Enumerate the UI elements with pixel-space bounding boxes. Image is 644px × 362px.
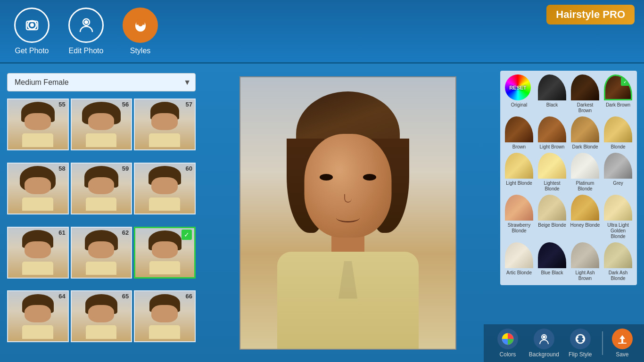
style-number-65: 65 — [122, 293, 129, 300]
color-name-brown: Brown — [512, 144, 526, 150]
color-swatch-grey — [604, 153, 632, 179]
flip-style-button[interactable]: Flip Style — [563, 327, 597, 360]
color-swatch-darkest-brown — [571, 74, 599, 100]
color-swatch-artic-blonde — [505, 242, 533, 268]
style-item-66[interactable]: 66 — [134, 290, 196, 342]
save-button[interactable]: Save — [608, 327, 637, 360]
style-item-57[interactable]: 57 — [134, 99, 196, 150]
style-item-58[interactable]: 58 — [7, 163, 69, 214]
photo-display — [240, 77, 455, 349]
color-swatch-black — [538, 74, 566, 100]
color-item-lightest-blonde[interactable]: Lightest Blonde — [537, 153, 567, 192]
style-number-61: 61 — [58, 229, 65, 236]
style-item-59[interactable]: 59 — [71, 163, 132, 214]
style-item-62[interactable]: 62 — [71, 227, 132, 279]
styles-label: Styles — [130, 47, 151, 55]
background-icon — [534, 329, 554, 349]
save-icon — [612, 329, 633, 349]
style-item-56[interactable]: 56 — [71, 99, 132, 150]
color-swatch-light-ash-brown — [571, 242, 599, 268]
style-item-64[interactable]: 64 — [7, 290, 69, 342]
color-item-black[interactable]: Black — [537, 74, 567, 114]
styles-button[interactable]: Styles — [123, 8, 158, 55]
style-item-55[interactable]: 55 — [7, 99, 69, 150]
color-item-blue-black[interactable]: Blue Black — [537, 242, 567, 281]
style-item-61[interactable]: 61 — [7, 227, 69, 279]
edit-photo-button[interactable]: Edit Photo — [68, 8, 104, 55]
color-name-beige-blonde: Beige Blonde — [538, 222, 566, 228]
edit-photo-label: Edit Photo — [69, 47, 104, 55]
color-item-strawberry-blonde[interactable]: Strawberry Blonde — [504, 195, 534, 239]
color-swatch-dark-blonde — [571, 116, 599, 142]
color-swatch-brown — [505, 116, 533, 142]
brand-title: Hairstyle PRO — [556, 8, 625, 21]
color-grid: RESET Original Black Darkest Brown ✓ Dar… — [500, 71, 637, 285]
style-number-60: 60 — [186, 165, 192, 172]
color-swatch-beige-blonde — [538, 195, 566, 221]
color-item-light-blonde[interactable]: Light Blonde — [504, 153, 534, 192]
color-item-beige-blonde[interactable]: Beige Blonde — [537, 195, 567, 239]
color-swatch-dark-brown: ✓ — [604, 74, 632, 100]
color-item-grey[interactable]: Grey — [603, 153, 633, 192]
color-item-dark-ash-blonde[interactable]: Dark Ash Blonde — [603, 242, 633, 281]
background-button[interactable]: Background — [527, 327, 561, 360]
bottom-toolbar: Colors Background Flip Styl — [484, 324, 644, 362]
style-number-56: 56 — [122, 101, 129, 108]
color-name-strawberry-blonde: Strawberry Blonde — [504, 222, 534, 234]
color-item-dark-brown[interactable]: ✓ Dark Brown — [603, 74, 633, 114]
color-swatch-honey-blonde — [571, 195, 599, 221]
colors-icon — [497, 329, 518, 349]
style-selected-checkmark: ✓ — [182, 230, 192, 240]
color-swatch-dark-ash-blonde — [604, 242, 632, 268]
color-name-blue-black: Blue Black — [541, 270, 563, 276]
style-category-dropdown-wrapper: Medium Female Short Female Long Female S… — [7, 73, 196, 91]
style-number-66: 66 — [186, 293, 192, 300]
style-category-dropdown[interactable]: Medium Female Short Female Long Female S… — [7, 73, 196, 91]
color-item-dark-blonde[interactable]: Dark Blonde — [570, 116, 600, 150]
color-item-light-brown[interactable]: Light Brown — [537, 116, 567, 150]
style-item-60[interactable]: 60 — [134, 163, 196, 214]
brand-logo: Hairstyle PRO — [546, 5, 635, 25]
color-swatch-platinum — [571, 153, 599, 179]
color-name-honey-blonde: Honey Blonde — [570, 222, 600, 228]
color-name-dark-blonde: Dark Blonde — [572, 144, 598, 150]
styles-grid: 55 56 57 58 59 60 — [7, 99, 196, 353]
style-number-62: 62 — [122, 229, 129, 236]
get-photo-button[interactable]: Get Photo — [14, 8, 50, 55]
style-number-55: 55 — [58, 101, 65, 108]
svg-point-12 — [543, 336, 545, 338]
main-content: Medium Female Short Female Long Female S… — [0, 64, 644, 362]
get-photo-icon — [14, 8, 50, 43]
color-item-artic-blonde[interactable]: Artic Blonde — [504, 242, 534, 281]
save-label: Save — [616, 351, 628, 358]
color-name-artic-blonde: Artic Blonde — [506, 270, 532, 276]
styles-icon — [123, 8, 158, 43]
get-photo-label: Get Photo — [15, 47, 49, 55]
style-item-63[interactable]: ✓ — [134, 227, 196, 279]
color-swatch-original: RESET — [505, 74, 533, 100]
color-item-darkest-brown[interactable]: Darkest Brown — [570, 74, 600, 114]
background-label: Background — [529, 351, 559, 358]
svg-rect-13 — [618, 343, 627, 344]
flip-style-icon — [570, 329, 591, 349]
style-item-65[interactable]: 65 — [71, 290, 132, 342]
color-swatch-light-brown — [538, 116, 566, 142]
center-panel — [203, 64, 493, 362]
color-item-brown[interactable]: Brown — [504, 116, 534, 150]
selected-checkmark: ✓ — [621, 77, 629, 86]
color-swatch-blonde — [604, 116, 632, 142]
color-item-ultra-light[interactable]: Ultra Light Golden Blonde — [603, 195, 633, 239]
color-name-dark-ash-blonde: Dark Ash Blonde — [603, 270, 633, 281]
color-item-blonde[interactable]: Blonde — [603, 116, 633, 150]
style-number-57: 57 — [186, 101, 192, 108]
color-item-honey-blonde[interactable]: Honey Blonde — [570, 195, 600, 239]
photo-frame — [239, 76, 456, 350]
color-item-platinum-blonde[interactable]: Platinum Blonde — [570, 153, 600, 192]
color-item-light-ash-brown[interactable]: Light Ash Brown — [570, 242, 600, 281]
edit-photo-icon — [68, 8, 104, 43]
colors-button[interactable]: Colors — [491, 327, 525, 360]
color-name-grey: Grey — [613, 181, 623, 186]
color-name-black: Black — [546, 102, 558, 108]
color-item-original[interactable]: RESET Original — [504, 74, 534, 114]
style-number-59: 59 — [122, 165, 129, 172]
